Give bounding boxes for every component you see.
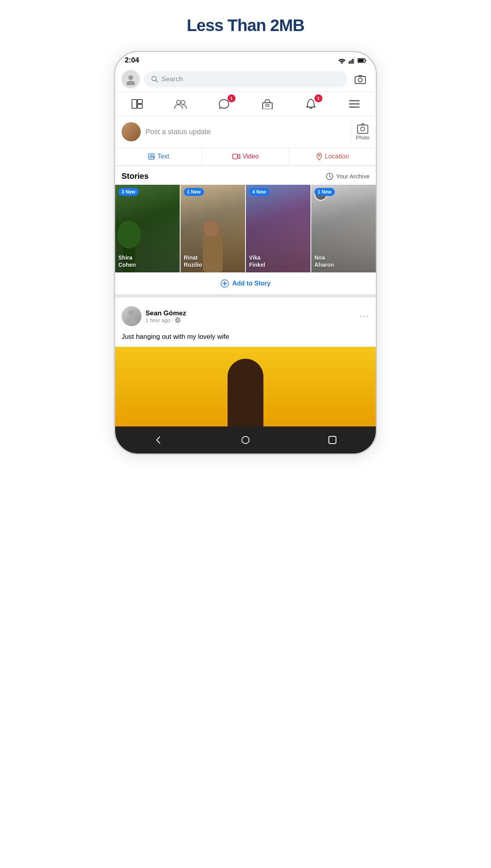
story-new-badge-3: 4 New [249,188,269,196]
recents-button[interactable] [320,432,344,448]
video-icon [232,153,240,160]
search-placeholder: Search [161,75,183,83]
photo-button[interactable]: Photo [356,123,369,141]
camera-button[interactable] [351,70,369,88]
nav-menu[interactable] [344,96,364,112]
messages-badge: 1 [228,94,236,102]
action-text-label: Text [157,153,169,160]
stories-row: 3 New ShiraCohen 1 New RinatRozilio [115,185,376,272]
post-header: Sean Gómez 1 hour ago · ··· [115,301,376,332]
post-user-info: Sean Gómez 1 hour ago · [145,309,360,323]
svg-point-12 [358,78,362,82]
svg-rect-2 [352,59,354,64]
story-name-4: NoaAharon [314,254,334,268]
archive-button[interactable]: Your Archive [326,172,369,180]
action-video-label: Video [243,153,259,160]
location-pin-icon [316,152,322,160]
svg-point-25 [361,127,365,131]
svg-point-18 [181,100,185,104]
story-card-3[interactable]: 4 New VikaFinkel [246,185,311,272]
svg-point-31 [318,154,320,156]
svg-rect-16 [137,104,142,108]
home-button[interactable] [234,432,257,448]
svg-rect-1 [351,60,352,64]
text-edit-icon [148,153,155,160]
globe-icon [175,317,181,323]
post-card: Sean Gómez 1 hour ago · ··· Just hanging… [115,301,376,426]
post-user-avatar [122,306,141,326]
search-icon [151,76,158,83]
action-video[interactable]: Video [202,148,289,165]
story-name-1: ShiraCohen [118,254,136,268]
back-button[interactable] [147,432,171,448]
story-card-1[interactable]: 3 New ShiraCohen [115,185,181,272]
bottom-nav [115,426,376,454]
svg-rect-5 [365,60,366,61]
story-name-3: VikaFinkel [249,254,265,268]
story-new-badge-4: 1 New [314,188,335,196]
status-time: 2:04 [125,56,139,65]
story-card-4[interactable]: 1 New NoaAharon [311,185,376,272]
nav-messages[interactable]: 1 [214,96,234,112]
composer-input[interactable]: Post a status update [145,128,346,136]
stories-section: Stories Your Archive 3 New [115,166,376,297]
svg-rect-24 [357,125,368,133]
post-text: Just hanging out with my lovely wife [115,332,376,347]
post-user-name: Sean Gómez [145,309,360,317]
stories-header: Stories Your Archive [115,166,376,185]
svg-rect-14 [132,100,137,108]
post-image [115,347,376,426]
user-avatar-icon[interactable] [122,70,140,88]
battery-icon [357,58,366,63]
stories-title: Stories [122,172,149,181]
wifi-icon [338,57,346,64]
app-header: Search [115,67,376,92]
notifications-badge: 1 [314,94,322,102]
svg-rect-0 [349,61,350,64]
nav-marketplace[interactable] [257,96,277,112]
story-name-2: RinatRozilio [184,254,202,268]
svg-rect-15 [137,100,142,104]
action-location[interactable]: Location [289,148,376,165]
search-bar[interactable]: Search [144,71,347,87]
svg-rect-13 [358,75,362,77]
post-time: 1 hour ago [145,317,170,323]
add-story-label: Add to Story [232,280,271,287]
status-bar: 2:04 [115,52,376,67]
signal-icon [349,57,355,64]
svg-point-7 [128,75,133,80]
svg-rect-30 [233,154,238,159]
svg-line-10 [156,80,158,82]
action-location-label: Location [325,153,349,160]
add-story-button[interactable]: Add to Story [115,272,376,294]
archive-label: Your Archive [336,173,369,180]
svg-point-37 [126,318,137,324]
nav-bar: 1 1 [115,92,376,116]
nav-feed[interactable] [127,96,147,112]
svg-rect-19 [263,103,272,109]
nav-friends[interactable] [171,96,191,112]
photo-icon [357,123,368,134]
phone-shell: 2:04 [114,51,377,455]
svg-rect-3 [354,57,355,64]
composer-user-avatar [122,122,141,141]
action-text[interactable]: Text [115,148,202,165]
svg-rect-6 [358,59,364,62]
story-new-badge-2: 1 New [184,188,204,196]
svg-point-17 [177,100,181,104]
svg-point-43 [242,436,249,444]
svg-point-36 [128,310,135,316]
status-icons [338,57,366,64]
camera-icon [355,74,366,84]
post-more-button[interactable]: ··· [360,311,369,321]
post-meta: 1 hour ago · [145,317,360,323]
add-story-icon [220,279,229,288]
svg-rect-44 [329,436,336,444]
page-title: Less Than 2MB [187,16,304,35]
story-card-2[interactable]: 1 New RinatRozilio [181,185,246,272]
post-composer: Post a status update Photo [115,116,376,148]
post-dot: · [172,317,173,323]
photo-label: Photo [356,135,369,141]
nav-notifications[interactable]: 1 [301,96,321,112]
svg-rect-11 [355,76,365,84]
